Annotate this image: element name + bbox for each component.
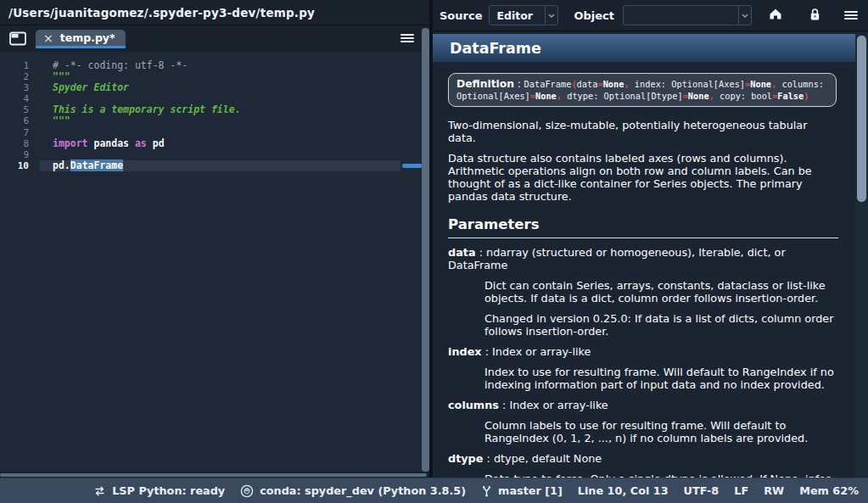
- status-memory: Mem 62%: [799, 484, 859, 497]
- status-conda-env[interactable]: conda: spyder_dev (Python 3.8.5): [240, 484, 466, 498]
- parameters-heading: Parameters: [448, 216, 838, 238]
- code-text: import pandas as pd: [40, 138, 400, 149]
- parameter-separator: :: [476, 246, 486, 259]
- source-label: Source: [440, 9, 482, 22]
- definition-token: dtype: Optional[Dtype]: [567, 91, 682, 101]
- code-line-10[interactable]: 10pd.DataFrame: [0, 160, 429, 171]
- code-token-keyword: as: [135, 137, 147, 149]
- parameter-type: Index or array-like: [509, 399, 608, 411]
- line-number[interactable]: 8: [0, 138, 40, 149]
- status-cursor-position: Line 10, Col 13: [578, 484, 669, 497]
- definition-token: None: [750, 79, 771, 89]
- parameter-data: data : ndarray (structured or homogeneou…: [448, 246, 838, 271]
- definition-token: ,: [709, 91, 720, 101]
- line-number[interactable]: 4: [0, 93, 40, 104]
- editor-pane: /Users/juanitagomez/.spyder-py3-dev/temp…: [0, 0, 429, 478]
- code-token-comment: # -*- coding: utf-8 -*-: [53, 59, 188, 71]
- line-number[interactable]: 2: [0, 71, 40, 82]
- home-icon: [769, 8, 782, 23]
- definition-token: None: [688, 91, 709, 101]
- help-scrollbar-track[interactable]: [855, 34, 868, 478]
- object-combobox[interactable]: [623, 5, 752, 25]
- close-icon[interactable]: ×: [43, 32, 53, 44]
- home-button[interactable]: [769, 8, 782, 23]
- help-scrollbar-thumb[interactable]: [857, 36, 866, 202]
- code-token-plain: pd.: [53, 159, 70, 171]
- code-text: Spyder Editor: [40, 82, 400, 93]
- browse-tabs-button[interactable]: [9, 31, 26, 46]
- definition-box: Definition : DataFrame(data=None, index:…: [448, 73, 837, 107]
- editor-vertical-scrollbar[interactable]: [422, 28, 429, 472]
- spyder-window: /Users/juanitagomez/.spyder-py3-dev/temp…: [0, 0, 868, 503]
- line-number[interactable]: 3: [0, 82, 40, 93]
- parameter-description: Dict can contain Series, arrays, constan…: [484, 279, 838, 305]
- eol-text: LF: [734, 484, 748, 497]
- parameter-name: index: [448, 345, 482, 358]
- code-line-3[interactable]: 3Spyder Editor: [0, 82, 429, 93]
- definition-token: ): [804, 91, 809, 101]
- code-token-string: Spyder Editor: [53, 81, 129, 93]
- tab-label: temp.py*: [60, 31, 115, 44]
- source-combobox-value: Editor: [490, 9, 545, 22]
- line-number[interactable]: 6: [0, 115, 40, 126]
- editor-tab-bar: × temp.py*: [0, 25, 429, 51]
- parameter-dtype: dtype : dtype, default None: [448, 452, 838, 465]
- code-token-string: This is a temporary script file.: [53, 103, 241, 115]
- definition-token: ,: [771, 79, 781, 89]
- tab-temp-py[interactable]: × temp.py*: [36, 30, 126, 48]
- chevron-down-icon[interactable]: [738, 6, 751, 25]
- status-git-branch[interactable]: master [1]: [481, 484, 563, 497]
- help-content: Definition : DataFrame(data=None, index:…: [433, 62, 855, 478]
- help-toolbar: Source Editor Object: [433, 0, 868, 31]
- parameters-list: data : ndarray (structured or homogeneou…: [448, 246, 838, 478]
- status-bar: LSP Python: ready conda: spyder_dev (Pyt…: [0, 478, 868, 503]
- definition-token: data: [577, 79, 598, 89]
- cursor-position-text: Line 10, Col 13: [578, 484, 669, 497]
- memory-text: Mem 62%: [799, 484, 859, 497]
- code-text: """: [40, 115, 400, 126]
- chevron-down-icon[interactable]: [545, 6, 557, 25]
- parameter-index: index : Index or array-like: [448, 345, 838, 358]
- line-number[interactable]: 5: [0, 104, 40, 115]
- parameter-separator: :: [482, 345, 492, 358]
- code-line-6[interactable]: 6""": [0, 115, 429, 126]
- object-label: Object: [574, 9, 614, 22]
- parameter-type: ndarray (structured or homogeneous), Ite…: [448, 246, 786, 271]
- code-editor[interactable]: 1# -*- coding: utf-8 -*-2"""3Spyder Edit…: [0, 52, 429, 472]
- code-text: pd.DataFrame: [40, 160, 400, 171]
- line-number[interactable]: 10: [0, 160, 40, 171]
- line-number[interactable]: 9: [0, 149, 40, 160]
- line-number[interactable]: 7: [0, 127, 40, 138]
- definition-token: ,: [624, 79, 634, 89]
- status-eol: LF: [734, 484, 748, 497]
- definition-token: None: [603, 79, 624, 89]
- occurrence-scrollflag-marker: [402, 164, 422, 168]
- code-line-8[interactable]: 8import pandas as pd: [0, 138, 429, 149]
- readwrite-text: RW: [764, 484, 784, 497]
- parameter-type: dtype, default None: [494, 452, 602, 465]
- help-summary: Two-dimensional, size-mutable, potential…: [448, 119, 838, 144]
- parameter-description: Column labels to use for resulting frame…: [484, 419, 838, 444]
- definition-token: DataFrame: [524, 79, 572, 89]
- lsp-status-text: LSP Python: ready: [112, 484, 225, 497]
- editor-horizontal-scrollbar[interactable]: [0, 473, 427, 477]
- code-token-keyword: import: [53, 137, 88, 149]
- line-number[interactable]: 1: [0, 60, 40, 71]
- status-lsp[interactable]: LSP Python: ready: [93, 484, 225, 497]
- help-object-title: DataFrame: [433, 34, 855, 62]
- parameter-separator: :: [499, 399, 509, 411]
- lock-button[interactable]: [809, 8, 821, 24]
- source-combobox[interactable]: Editor: [489, 5, 558, 25]
- definition-token: ,: [557, 91, 567, 101]
- conda-cube-icon: [240, 484, 254, 498]
- code-token-occurrence: DataFrame: [70, 159, 123, 171]
- parameter-name: columns: [448, 399, 499, 411]
- status-readwrite: RW: [764, 484, 784, 497]
- help-options-menu-button[interactable]: [844, 9, 858, 21]
- editor-options-menu-button[interactable]: [400, 32, 414, 47]
- definition-token: index: Optional[Axes]: [635, 79, 745, 89]
- browse-tabs-icon: [9, 36, 26, 48]
- definition-label: Definition: [456, 78, 514, 90]
- code-token-plain: pandas: [88, 137, 135, 149]
- encoding-text: UTF-8: [684, 484, 720, 497]
